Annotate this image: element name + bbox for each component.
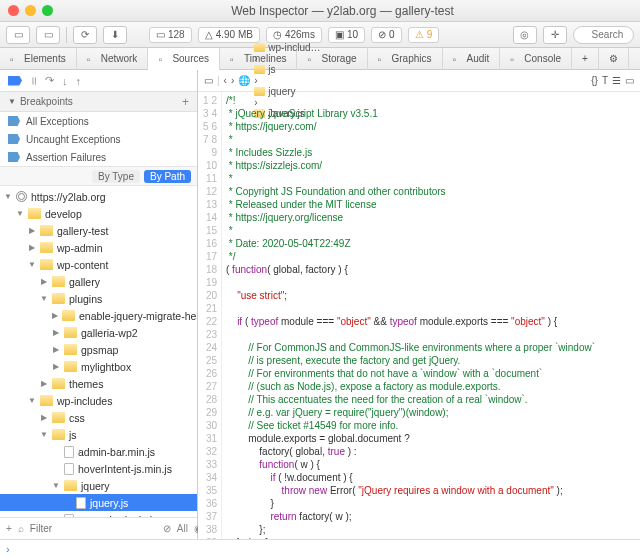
breakpoint-row[interactable]: Assertion Failures (0, 148, 197, 166)
folder-icon (40, 395, 53, 406)
folder-icon (52, 412, 65, 423)
folder-item[interactable]: ▼develop (0, 205, 197, 222)
folder-item[interactable]: ▼plugins (0, 290, 197, 307)
zoom-icon[interactable] (42, 5, 53, 16)
tab-graphics[interactable]: ▫Graphics (368, 48, 443, 70)
folder-item[interactable]: ▼wp-content (0, 256, 197, 273)
metric-size[interactable]: △ 4.90 MB (198, 27, 260, 43)
origin-icon[interactable]: 🌐 (238, 75, 250, 86)
metric-logs[interactable]: ▣ 10 (328, 27, 365, 43)
folder-icon (64, 327, 77, 338)
origin-item[interactable]: ▼https://y2lab.org (0, 188, 197, 205)
all-filter[interactable]: All (177, 523, 188, 534)
source-code[interactable]: /*! * jQuery JavaScript Library v3.5.1 *… (222, 92, 640, 539)
code-cov-icon[interactable]: ☰ (612, 75, 621, 86)
step-over-icon[interactable]: ↷ (45, 74, 54, 87)
folder-icon (52, 429, 65, 440)
file-item[interactable]: hoverIntent-js.min.js (0, 460, 197, 477)
folder-icon (62, 310, 75, 321)
breakpoint-icon (8, 152, 20, 162)
metric-errors[interactable]: ⊘ 0 (371, 27, 402, 43)
breakpoint-icon (8, 116, 20, 126)
breakpoint-toggle-icon[interactable] (8, 76, 22, 86)
window-titlebar: Web Inspector — y2lab.org — gallery-test (0, 0, 640, 22)
step-in-icon[interactable]: ↓ (62, 75, 68, 87)
folder-item[interactable]: ▶mylightbox (0, 358, 197, 375)
breakpoint-row[interactable]: All Exceptions (0, 112, 197, 130)
nav-fwd-icon[interactable]: › (231, 75, 234, 86)
file-icon (64, 463, 74, 475)
close-icon[interactable] (8, 5, 19, 16)
folder-item[interactable]: ▼jquery (0, 477, 197, 494)
add-breakpoint-button[interactable]: + (182, 95, 189, 109)
folder-icon (28, 208, 41, 219)
sidebar-toggle-icon[interactable]: ▭ (204, 75, 213, 86)
folder-icon (40, 242, 53, 253)
folder-item[interactable]: ▶enable-jquery-migrate-helper (0, 307, 197, 324)
gear-icon[interactable]: ⚙ (599, 48, 629, 70)
folder-item[interactable]: ▶gpsmap (0, 341, 197, 358)
breakpoint-row[interactable]: Uncaught Exceptions (0, 130, 197, 148)
filter-input[interactable] (30, 523, 157, 534)
file-item[interactable]: admin-bar.min.js (0, 443, 197, 460)
metric-warnings[interactable]: ⚠ 9 (408, 27, 440, 43)
download-icon[interactable]: ⬇ (103, 26, 127, 44)
folder-icon (64, 480, 77, 491)
details-toggle-icon[interactable]: ▭ (625, 75, 634, 86)
folder-icon (40, 225, 53, 236)
search-input[interactable] (573, 26, 634, 44)
crumb[interactable]: js (254, 64, 320, 75)
folder-icon (52, 276, 65, 287)
reload-icon[interactable]: ⟳ (73, 26, 97, 44)
issues-filter-icon[interactable]: ⊘ (163, 523, 171, 534)
folder-item[interactable]: ▼wp-includes (0, 392, 197, 409)
folder-icon (254, 43, 265, 52)
folder-item[interactable]: ▶gallery-test (0, 222, 197, 239)
dock-right-icon[interactable]: ▭ (36, 26, 60, 44)
breakpoints-header[interactable]: ▼ Breakpoints + (0, 92, 197, 112)
crumb[interactable]: wp-includ… (254, 42, 320, 53)
tab-network[interactable]: ▫Network (77, 48, 149, 70)
window-title: Web Inspector — y2lab.org — gallery-test (53, 4, 632, 18)
type-icon[interactable]: T (602, 75, 608, 86)
tab-console[interactable]: ▫Console (500, 48, 572, 70)
inspect-icon[interactable]: ◎ (513, 26, 537, 44)
sidebar-footer: + ⌕ ⊘ All ◉ (0, 517, 197, 539)
folder-icon (40, 259, 53, 270)
folder-icon (52, 293, 65, 304)
breakpoint-icon (8, 134, 20, 144)
metric-layers[interactable]: ▭ 128 (149, 27, 192, 43)
minimize-icon[interactable] (25, 5, 36, 16)
search-box[interactable] (573, 26, 634, 44)
source-tree[interactable]: ▼https://y2lab.org▼develop▶gallery-test▶… (0, 186, 197, 517)
folder-item[interactable]: ▼js (0, 426, 197, 443)
by-path-pill[interactable]: By Path (144, 170, 191, 183)
tab-audit[interactable]: ▫Audit (443, 48, 501, 70)
tab-sources[interactable]: ▫Sources (148, 48, 220, 70)
braces-icon[interactable]: {} (591, 75, 598, 86)
crosshair-icon[interactable]: ✛ (543, 26, 567, 44)
folder-item[interactable]: ▶css (0, 409, 197, 426)
tab-elements[interactable]: ▫Elements (0, 48, 77, 70)
file-item[interactable]: jquery.js (0, 494, 197, 511)
dock-left-icon[interactable]: ▭ (6, 26, 30, 44)
add-tab-button[interactable]: + (572, 48, 599, 70)
metric-time[interactable]: ◷ 426ms (266, 27, 322, 43)
console-prompt[interactable]: › (0, 539, 640, 557)
step-out-icon[interactable]: ↑ (76, 75, 82, 87)
nav-back-icon[interactable]: ‹ (224, 75, 227, 86)
pause-icon[interactable]: ॥ (30, 74, 37, 87)
folder-icon (52, 378, 65, 389)
folder-item[interactable]: ▶themes (0, 375, 197, 392)
gutter[interactable]: 1 2 3 4 5 6 7 8 9 10 11 12 13 14 15 16 1… (198, 92, 222, 539)
editor-body[interactable]: 1 2 3 4 5 6 7 8 9 10 11 12 13 14 15 16 1… (198, 92, 640, 539)
folder-item[interactable]: ▶gallery (0, 273, 197, 290)
folder-item[interactable]: ▶galleria-wp2 (0, 324, 197, 341)
folder-item[interactable]: ▶wp-admin (0, 239, 197, 256)
add-resource-icon[interactable]: + (6, 523, 12, 534)
folder-icon (64, 361, 77, 372)
by-type-pill[interactable]: By Type (92, 170, 140, 183)
editor-nav: ▭ | ‹ › 🌐 wp-includ… › js › jquery › jqu… (198, 70, 640, 92)
globe-icon (16, 191, 27, 202)
filter-icon: ⌕ (18, 523, 24, 534)
